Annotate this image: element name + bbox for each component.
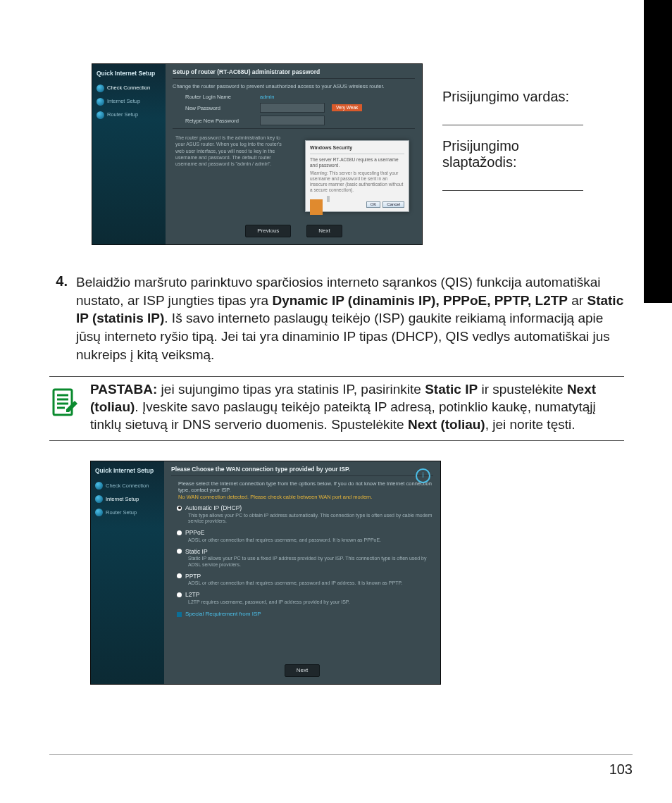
router-main-panel: i Please Choose the WAN connection type … <box>164 461 440 684</box>
retype-password-input[interactable] <box>260 116 325 125</box>
panel-title: Setup of router (RT-AC68U) administrator… <box>173 68 415 76</box>
note-text: PASTABA: jei sujungimo tipas yra statini… <box>90 381 624 433</box>
username-label: Prisijungimo vardas: <box>442 89 604 105</box>
router-sidebar: Quick Internet Setup Check Connection In… <box>92 64 166 244</box>
popup-password-input[interactable] <box>328 196 330 202</box>
option-label: PPTP <box>185 573 201 580</box>
panel-help-text: The router password is the administratio… <box>175 135 288 166</box>
option-description: Static IP allows your PC to use a fixed … <box>188 556 433 568</box>
popup-line-2: Warning: This server is requesting that … <box>310 170 404 194</box>
sidebar-item-router-setup[interactable]: Router Setup <box>95 506 160 519</box>
square-icon <box>177 612 182 617</box>
page-number: 103 <box>609 761 633 778</box>
panel-description: Please select the Internet connection ty… <box>178 480 433 500</box>
credential-write-in-area: Prisijungimo vardas: Prisijungimo slapta… <box>442 63 604 204</box>
note-icon <box>49 381 80 433</box>
panel-description: Change the router password to prevent un… <box>173 83 415 89</box>
router-wan-type-screenshot: Quick Internet Setup Check Connection In… <box>90 461 441 685</box>
wan-option-pppoe[interactable]: PPPoEADSL or other connection that requi… <box>177 529 433 543</box>
router-main-panel: Setup of router (RT-AC68U) administrator… <box>166 64 422 244</box>
password-blank-line <box>442 175 583 191</box>
next-button[interactable]: Next <box>285 664 320 677</box>
option-description: ADSL or other connection that requires u… <box>188 537 433 544</box>
radio-icon <box>177 530 182 535</box>
sidebar-item-internet-setup[interactable]: Internet Setup <box>95 492 160 506</box>
popup-line-1: The server RT-AC68U requires a username … <box>310 157 404 168</box>
next-button[interactable]: Next <box>306 225 342 237</box>
sidebar-item-router-setup[interactable]: Router Setup <box>97 108 161 122</box>
sidebar-item-check-connection[interactable]: Check Connection <box>97 82 161 95</box>
sidebar-header: Quick Internet Setup <box>95 467 160 475</box>
router-admin-password-screenshot: Quick Internet Setup Check Connection In… <box>92 63 423 245</box>
previous-button[interactable]: Previous <box>245 225 291 237</box>
footer-rule <box>49 754 633 755</box>
option-label: Static IP <box>185 548 208 555</box>
sidebar-header: Quick Internet Setup <box>97 70 161 77</box>
router-sidebar: Quick Internet Setup Check Connection In… <box>91 461 164 684</box>
radio-icon <box>177 573 182 578</box>
wan-option-static-ip[interactable]: Static IPStatic IP allows your PC to use… <box>177 548 433 568</box>
radio-icon <box>177 592 182 597</box>
step-dot-icon <box>97 111 104 119</box>
sidebar-item-check-connection[interactable]: Check Connection <box>95 479 160 492</box>
lock-icon <box>310 199 323 215</box>
option-label: L2TP <box>185 591 199 598</box>
option-label: Automatic IP (DHCP) <box>185 504 242 511</box>
username-blank-line <box>442 109 583 125</box>
step-dot-icon <box>97 98 104 106</box>
password-strength-badge: Very Weak <box>332 104 362 111</box>
option-description: L2TP requires username, password, and IP… <box>188 599 433 606</box>
option-description: This type allows your PC to obtain IP ad… <box>188 513 433 525</box>
popup-cancel-button[interactable]: Cancel <box>382 201 404 208</box>
new-password-input[interactable] <box>260 103 325 113</box>
option-label: PPPoE <box>185 529 204 536</box>
popup-title: Windows Security <box>310 145 404 154</box>
wan-option-pptp[interactable]: PPTPADSL or other connection that requir… <box>177 573 433 587</box>
sidebar-item-internet-setup[interactable]: Internet Setup <box>97 95 161 108</box>
wan-option-automatic-ip-dhcp-[interactable]: Automatic IP (DHCP)This type allows your… <box>177 504 433 525</box>
password-label-line2: slaptažodis: <box>442 154 604 170</box>
note-block: PASTABA: jei sujungimo tipas yra statini… <box>49 376 624 441</box>
page-edge-tab <box>644 0 672 303</box>
step-number: 4. <box>49 273 68 363</box>
password-label-line1: Prisijungimo <box>442 138 604 154</box>
panel-title: Please Choose the WAN connection type pr… <box>171 466 433 473</box>
popup-ok-button[interactable]: OK <box>366 201 381 208</box>
windows-security-popup: Windows Security The server RT-AC68U req… <box>305 140 409 212</box>
step-dot-icon <box>95 482 103 490</box>
special-requirement-toggle[interactable]: Special Requirement from ISP <box>177 611 433 618</box>
radio-icon <box>177 549 182 554</box>
login-name-label: Router Login Name <box>185 94 253 100</box>
wan-option-l2tp[interactable]: L2TPL2TP requires username, password, an… <box>177 591 433 605</box>
retype-password-label: Retype New Password <box>185 118 253 124</box>
step-dot-icon <box>97 85 104 92</box>
new-password-label: New Password <box>185 105 253 111</box>
login-name-value: admin <box>260 94 274 100</box>
option-description: ADSL or other connection that requires u… <box>188 580 433 587</box>
step-4: 4. Belaidžio maršruto parinktuvo sparčio… <box>49 273 624 363</box>
step-dot-icon <box>95 509 103 516</box>
step-dot-icon <box>95 495 103 503</box>
radio-icon <box>177 506 182 511</box>
step-text: Belaidžio maršruto parinktuvo sparčiosio… <box>76 273 624 363</box>
